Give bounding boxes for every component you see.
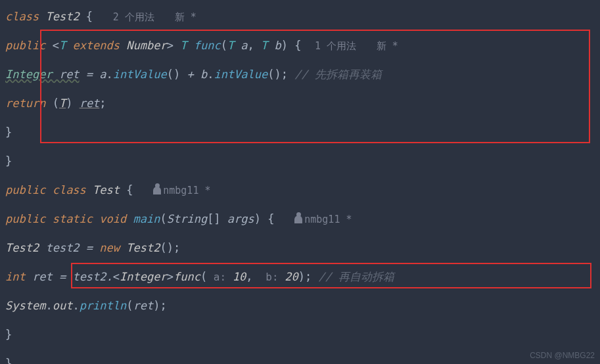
number-literal: 10 [233,269,246,285]
method-println: println [80,298,127,314]
author-hint[interactable]: 新 * [377,39,398,53]
var-ret: ret [53,67,80,83]
var-test2: test2 [45,240,79,256]
class-name: Test2 [45,9,79,25]
code-line[interactable]: Test2 test2 = new Test2(); [0,234,600,263]
method-intvalue: intValue [113,67,167,83]
code-line[interactable]: public static void main(String[] args) {… [0,205,600,234]
type-integer: Integer [5,67,53,83]
close-brace: } [5,125,12,141]
author-hint[interactable]: nmbg11 * [294,213,352,227]
keyword-extends: extends [66,38,126,54]
code-line[interactable]: } [0,147,600,176]
code-line[interactable]: int ret = test2.<Integer>func( a: 10, b:… [0,263,600,292]
code-line[interactable]: class Test2 { 2 个用法 新 * [0,3,600,32]
code-line[interactable]: System.out.println(ret); [0,292,600,321]
close-brace: } [5,327,12,343]
method-name: func [194,38,221,54]
person-icon [294,216,302,223]
param-hint: a: [207,270,233,284]
code-line[interactable]: public class Test { nmbg11 * [0,176,600,205]
type-test2: Test2 [5,240,45,256]
keyword-return: return [5,96,45,112]
code-line[interactable]: Integer ret = a.intValue() + b.intValue(… [0,60,600,89]
type-string: String [167,212,207,227]
comment: // 先拆箱再装箱 [288,67,382,83]
var-test2: test2 [72,269,106,285]
keyword-new: new [99,240,120,256]
type-param: T [59,38,66,54]
watermark: CSDN @NMBG22 [530,350,595,361]
keyword-class: class [5,9,39,25]
class-name: Test [93,183,120,198]
ctor-test2: Test2 [120,240,160,256]
method-main: main [126,212,160,227]
var-ret: ret [26,269,53,285]
keyword-class: class [45,183,93,198]
usage-hint[interactable]: 2 个用法 [113,11,154,24]
code-line[interactable]: return (T) ret; [0,89,600,118]
var-ret: ret [80,96,100,112]
code-line[interactable]: } [0,350,600,364]
field-out: out [53,298,73,314]
keyword-public: public [5,212,45,227]
keyword-void: void [93,212,126,227]
type-number: Number [126,38,166,54]
keyword-public: public [5,183,45,198]
code-editor[interactable]: class Test2 { 2 个用法 新 * public <T extend… [0,0,600,364]
number-literal: 20 [285,269,298,285]
close-brace: } [5,154,12,170]
code-line[interactable]: } [0,118,600,147]
param-hint: b: [260,270,285,284]
author-hint[interactable]: 新 * [175,11,196,24]
code-line[interactable]: } [0,321,600,350]
close-brace: } [5,356,12,364]
author-hint[interactable]: nmbg11 * [153,184,210,198]
person-icon [153,187,161,194]
keyword-static: static [45,212,93,227]
usage-hint[interactable]: 1 个用法 [315,39,356,53]
keyword-int: int [5,269,26,285]
arg-ret: ret [133,298,154,314]
type-integer: Integer [120,269,167,285]
comment: // 再自动拆箱 [312,269,394,285]
class-system: System [5,298,45,314]
method-intvalue: intValue [214,67,267,83]
keyword-public: public [5,38,45,54]
code-line[interactable]: public <T extends Number> T func(T a, T … [0,32,600,60]
type-cast: T [59,96,66,112]
method-func: func [173,269,200,285]
